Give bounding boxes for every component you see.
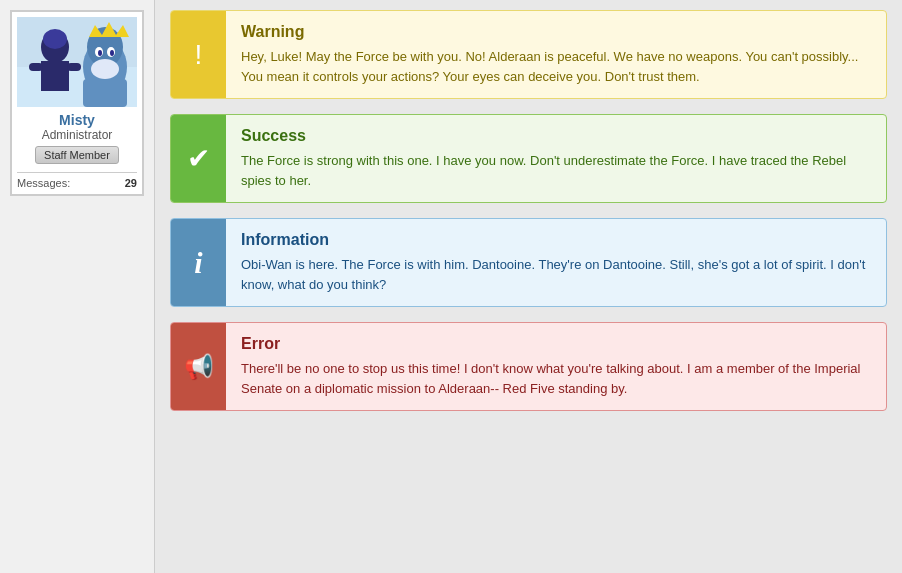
success-icon: ✔ [171, 115, 226, 202]
error-alert: 📢 Error There'll be no one to stop us th… [170, 322, 887, 411]
error-body: Error There'll be no one to stop us this… [226, 323, 886, 410]
main-content: ! Warning Hey, Luke! May the Force be wi… [155, 0, 902, 573]
success-text: The Force is strong with this one. I hav… [241, 151, 871, 190]
staff-badge: Staff Member [35, 146, 119, 164]
info-body: Information Obi-Wan is here. The Force i… [226, 219, 886, 306]
svg-point-4 [43, 29, 67, 49]
username: Misty [17, 112, 137, 128]
svg-rect-5 [29, 63, 43, 71]
success-body: Success The Force is strong with this on… [226, 115, 886, 202]
user-profile-box: Misty Administrator Staff Member Message… [10, 10, 144, 196]
messages-label: Messages: [17, 177, 70, 189]
svg-point-12 [98, 50, 102, 56]
warning-alert: ! Warning Hey, Luke! May the Force be wi… [170, 10, 887, 99]
info-text: Obi-Wan is here. The Force is with him. … [241, 255, 871, 294]
info-alert: i Information Obi-Wan is here. The Force… [170, 218, 887, 307]
info-title: Information [241, 231, 871, 249]
success-title: Success [241, 127, 871, 145]
messages-count: 29 [125, 177, 137, 189]
messages-row: Messages: 29 [17, 172, 137, 189]
error-text: There'll be no one to stop us this time!… [241, 359, 871, 398]
svg-rect-6 [67, 63, 81, 71]
svg-point-14 [91, 59, 119, 79]
svg-rect-15 [83, 79, 127, 107]
svg-point-13 [110, 50, 114, 56]
warning-title: Warning [241, 23, 871, 41]
error-title: Error [241, 335, 871, 353]
warning-body: Warning Hey, Luke! May the Force be with… [226, 11, 886, 98]
sidebar: Misty Administrator Staff Member Message… [0, 0, 155, 573]
success-alert: ✔ Success The Force is strong with this … [170, 114, 887, 203]
error-icon: 📢 [171, 323, 226, 410]
user-role: Administrator [17, 128, 137, 142]
warning-text: Hey, Luke! May the Force be with you. No… [241, 47, 871, 86]
info-icon: i [171, 219, 226, 306]
avatar [17, 17, 137, 107]
svg-rect-3 [41, 61, 69, 91]
warning-icon: ! [171, 11, 226, 98]
